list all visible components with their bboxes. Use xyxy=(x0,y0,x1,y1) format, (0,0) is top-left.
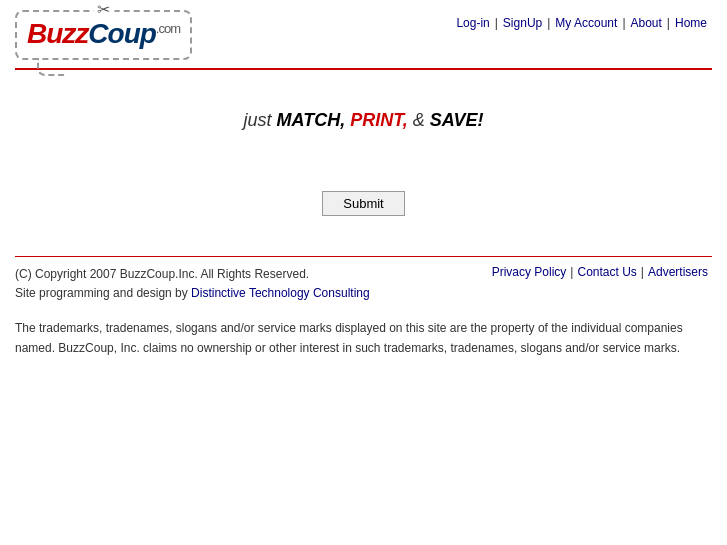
header: ✂ BuzzCoup.com Log-in | SignUp | My Acco… xyxy=(0,0,727,60)
nav-about[interactable]: About xyxy=(626,16,667,30)
footer-privacy[interactable]: Privacy Policy xyxy=(488,265,571,279)
footer-divider xyxy=(15,256,712,257)
footer-main: (C) Copyright 2007 BuzzCoup.Inc. All Rig… xyxy=(0,265,727,303)
main-nav: Log-in | SignUp | My Account | About | H… xyxy=(451,10,712,30)
footer-left: (C) Copyright 2007 BuzzCoup.Inc. All Rig… xyxy=(15,265,370,303)
copyright-text: (C) Copyright 2007 BuzzCoup.Inc. All Rig… xyxy=(15,265,370,284)
logo-com: .com xyxy=(156,21,180,36)
dtc-link[interactable]: Distinctive Technology Consulting xyxy=(191,286,370,300)
nav-home[interactable]: Home xyxy=(670,16,712,30)
logo-coup: Coup xyxy=(88,18,156,49)
tagline-match: MATCH, xyxy=(276,110,345,130)
logo-container: ✂ BuzzCoup.com xyxy=(15,10,175,60)
tagline-save: SAVE! xyxy=(430,110,484,130)
tagline-print: PRINT, xyxy=(350,110,408,130)
nav-signup[interactable]: SignUp xyxy=(498,16,547,30)
footer-right: Privacy Policy | Contact Us | Advertiser… xyxy=(488,265,712,279)
submit-button[interactable]: Submit xyxy=(322,191,404,216)
footer-contact[interactable]: Contact Us xyxy=(573,265,640,279)
footer-disclaimer: The trademarks, tradenames, slogans and/… xyxy=(0,307,727,369)
main-content: just MATCH, PRINT, & SAVE! Submit xyxy=(0,70,727,236)
logo-box: ✂ BuzzCoup.com xyxy=(15,10,192,60)
scissors-icon: ✂ xyxy=(93,0,114,19)
tagline: just MATCH, PRINT, & SAVE! xyxy=(15,110,712,131)
tagline-just: just xyxy=(243,110,276,130)
tagline-amp: & xyxy=(408,110,430,130)
site-programming: Site programming and design by Distincti… xyxy=(15,284,370,303)
nav-login[interactable]: Log-in xyxy=(451,16,494,30)
logo-buzz: Buzz xyxy=(27,18,88,49)
nav-myaccount[interactable]: My Account xyxy=(550,16,622,30)
logo-text: BuzzCoup.com xyxy=(27,18,180,49)
logo-tail xyxy=(37,58,67,76)
footer-advertisers[interactable]: Advertisers xyxy=(644,265,712,279)
